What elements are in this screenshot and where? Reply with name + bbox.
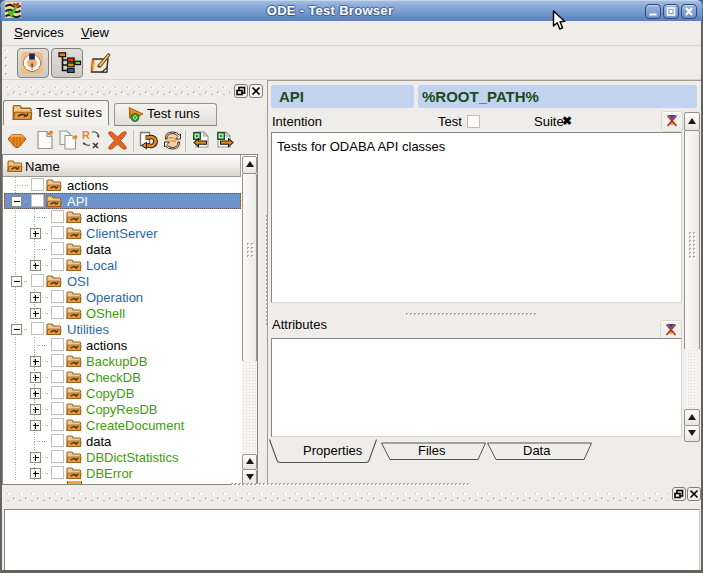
svg-text:R: R <box>82 129 90 141</box>
